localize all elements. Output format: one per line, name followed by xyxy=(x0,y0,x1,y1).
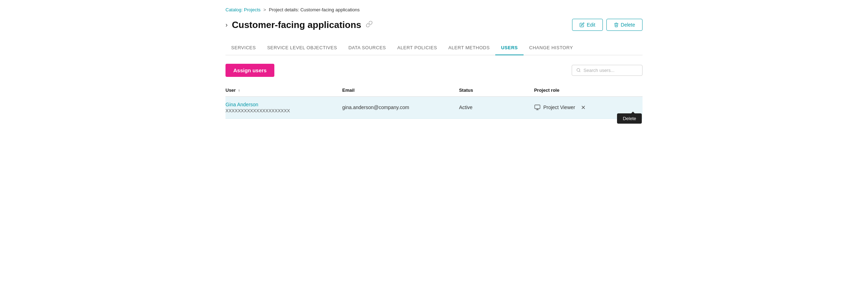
breadcrumb: Catalog: Projects > Project details: Cus… xyxy=(225,7,643,12)
col-header-status[interactable]: Status xyxy=(459,84,534,97)
search-icon xyxy=(576,68,581,73)
tab-alert-policies[interactable]: ALERT POLICIES xyxy=(392,41,442,55)
delete-tooltip[interactable]: Delete xyxy=(617,113,642,124)
role-icon xyxy=(534,104,541,111)
col-header-user[interactable]: User ↑ xyxy=(225,84,342,97)
svg-line-1 xyxy=(579,71,580,72)
sort-icon-user: ↑ xyxy=(238,88,240,92)
user-id-text: XXXXXXXXXXXXXXXXXXXXX xyxy=(225,108,338,113)
users-table: User ↑ Email Status Project role Gina An… xyxy=(225,84,643,119)
table-row: Gina Anderson XXXXXXXXXXXXXXXXXXXXX gina… xyxy=(225,96,643,118)
table-header-row: User ↑ Email Status Project role xyxy=(225,84,643,97)
tab-users[interactable]: USERS xyxy=(495,41,523,55)
email-cell: gina.anderson@company.com xyxy=(342,96,459,118)
expand-icon[interactable]: › xyxy=(225,21,228,29)
header-actions: Edit Delete xyxy=(572,19,643,31)
title-row: › Customer-facing applications xyxy=(225,19,566,30)
role-cell: Project Viewer ✕ Delete xyxy=(534,96,643,118)
svg-rect-2 xyxy=(535,105,540,109)
col-header-email[interactable]: Email xyxy=(342,84,459,97)
col-header-role[interactable]: Project role xyxy=(534,84,643,97)
search-input[interactable] xyxy=(583,68,638,73)
edit-button[interactable]: Edit xyxy=(572,19,603,31)
edit-icon xyxy=(579,22,584,27)
project-role-cell: Project Viewer ✕ Delete xyxy=(534,103,638,112)
page-header: › Customer-facing applications Edit xyxy=(225,19,643,31)
users-toolbar: Assign users xyxy=(225,64,643,77)
tab-change-history[interactable]: CHANGE HISTORY xyxy=(524,41,579,55)
search-box[interactable] xyxy=(572,65,643,76)
breadcrumb-link[interactable]: Catalog: Projects xyxy=(225,7,261,12)
delete-header-icon xyxy=(614,22,619,27)
breadcrumb-current: Project details: Customer-facing applica… xyxy=(269,7,360,12)
user-cell: Gina Anderson XXXXXXXXXXXXXXXXXXXXX xyxy=(225,96,342,118)
remove-user-button[interactable]: ✕ xyxy=(579,103,587,112)
page-title: Customer-facing applications xyxy=(232,19,361,30)
role-label: Project Viewer xyxy=(543,105,575,110)
delete-button[interactable]: Delete xyxy=(606,19,643,31)
breadcrumb-separator: > xyxy=(263,7,266,12)
assign-users-button[interactable]: Assign users xyxy=(225,64,274,77)
status-cell: Active xyxy=(459,96,534,118)
tabs-bar: SERVICES SERVICE LEVEL OBJECTIVES DATA S… xyxy=(225,41,643,55)
user-name-link[interactable]: Gina Anderson xyxy=(225,102,338,107)
tab-services[interactable]: SERVICES xyxy=(225,41,262,55)
tab-data-sources[interactable]: DATA SOURCES xyxy=(343,41,392,55)
user-email: gina.anderson@company.com xyxy=(342,105,409,110)
status-badge: Active xyxy=(459,105,473,110)
link-icon[interactable] xyxy=(366,21,373,29)
tab-slo[interactable]: SERVICE LEVEL OBJECTIVES xyxy=(262,41,343,55)
tab-alert-methods[interactable]: ALERT METHODS xyxy=(443,41,496,55)
